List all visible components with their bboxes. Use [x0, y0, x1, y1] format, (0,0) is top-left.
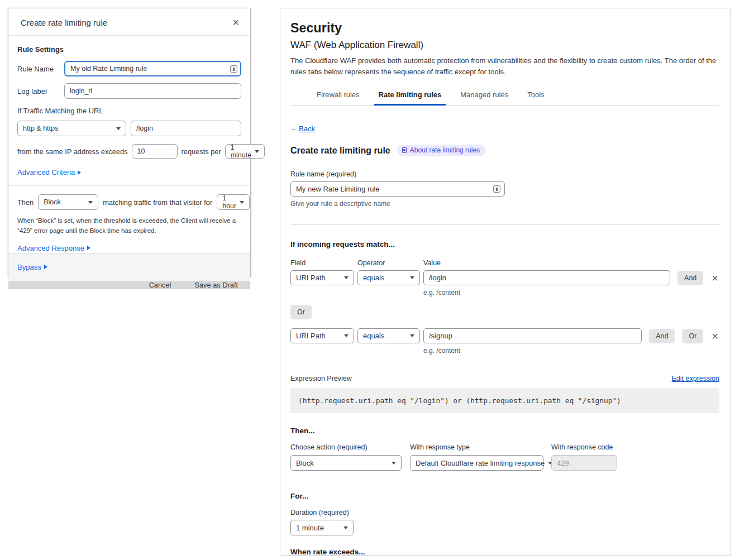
or-connector-button[interactable]: Or — [290, 305, 312, 319]
remove-row-icon[interactable]: × — [712, 331, 718, 342]
back-arrow-icon: ← — [290, 125, 298, 133]
scheme-select[interactable]: http & https — [17, 121, 126, 136]
autofill-icon[interactable] — [230, 65, 237, 73]
tab-firewall-rules[interactable]: Firewall rules — [316, 85, 361, 105]
dialog-title: Create rate limiting rule — [21, 18, 107, 27]
waf-description: The Cloudflare WAF provides both automat… — [290, 55, 718, 78]
action-select[interactable]: Block — [38, 194, 98, 210]
ban-duration-select[interactable]: 1 hour — [217, 194, 250, 210]
field-select[interactable]: URI Path — [290, 270, 354, 285]
for-heading: For... — [290, 492, 719, 500]
response-code-input-disabled: 429 — [551, 455, 617, 471]
tab-tools[interactable]: Tools — [526, 85, 545, 105]
divider — [290, 224, 719, 225]
chevron-down-icon — [410, 334, 414, 337]
choose-action-label: Choose action (required) — [290, 443, 402, 451]
chevron-down-icon — [240, 201, 244, 204]
threshold-row: from the same IP address exceeds request… — [17, 144, 241, 159]
value-input[interactable] — [423, 270, 670, 285]
expression-code: (http.request.uri.path eq "/login") or (… — [290, 388, 719, 413]
rule-name-row: Rule Name — [17, 61, 241, 76]
autofill-icon[interactable] — [493, 185, 500, 193]
rule-name-input[interactable] — [290, 181, 505, 197]
page-title: Security — [290, 21, 719, 36]
edit-expression-link[interactable]: Edit expression — [672, 375, 719, 382]
field-column-label: Field — [290, 259, 354, 267]
security-waf-panel: Security WAF (Web Application Firewall) … — [280, 8, 731, 556]
match-column-labels: Field Operator Value — [290, 259, 719, 267]
old-rate-limit-dialog: Create rate limiting rule × Rule Setting… — [8, 8, 251, 277]
requests-count-input[interactable] — [132, 144, 178, 159]
then-text: matching traffic from that visitor for — [103, 198, 212, 207]
advanced-criteria-link[interactable]: Advanced Criteria — [17, 168, 81, 176]
close-icon[interactable]: × — [232, 17, 239, 28]
choose-action-select[interactable]: Block — [290, 455, 402, 471]
operator-column-label: Operator — [357, 259, 420, 267]
value-hint: e.g. /content — [423, 347, 719, 355]
match-heading: If incoming requests match... — [290, 240, 719, 248]
about-rate-limiting-badge[interactable]: About rate limiting rules — [397, 145, 486, 156]
url-input[interactable] — [131, 121, 241, 136]
period-select[interactable]: 1 minute — [225, 144, 265, 159]
chevron-down-icon — [344, 334, 349, 337]
log-label-row: Log label — [17, 83, 241, 99]
triangle-right-icon — [78, 170, 81, 175]
response-type-label: With response type — [410, 443, 543, 451]
cancel-button[interactable]: Cancel — [149, 281, 171, 289]
response-type-select[interactable]: Default Cloudflare rate limiting respons… — [410, 455, 543, 471]
remove-row-icon[interactable]: × — [712, 272, 718, 284]
traffic-heading: If Traffic Matching the URL — [17, 107, 241, 115]
bypass-section: Bypass — [8, 253, 250, 281]
triangle-right-icon — [87, 246, 90, 250]
rate-exceeds-heading: When rate exceeds... — [290, 548, 719, 556]
create-rule-heading: Create rate limiting rule — [290, 146, 390, 156]
tab-managed-rules[interactable]: Managed rules — [459, 85, 509, 105]
tab-rate-limiting-rules[interactable]: Rate limiting rules — [378, 85, 443, 105]
or-button[interactable]: Or — [682, 329, 703, 343]
chevron-down-icon — [392, 462, 396, 465]
value-column-label: Value — [423, 259, 441, 267]
dialog-body: Rule Settings Rule Name Log label If Tra… — [8, 36, 250, 253]
operator-select[interactable]: equals — [357, 270, 420, 285]
rule-name-label: Rule name (required) — [290, 170, 719, 178]
operator-select[interactable]: equals — [357, 328, 420, 343]
doc-icon — [402, 147, 407, 153]
expression-preview-label: Expression Preview — [290, 375, 352, 382]
duration-label: Duration (required) — [290, 509, 719, 516]
save-as-draft-button[interactable]: Save as Draft — [194, 281, 238, 289]
rule-name-input[interactable] — [64, 61, 241, 76]
then-heading: Then... — [290, 427, 719, 435]
url-match-row: http & https — [17, 121, 241, 136]
threshold-prefix: from the same IP address exceeds — [17, 147, 128, 156]
chevron-down-icon — [88, 201, 93, 204]
chevron-down-icon — [343, 527, 348, 529]
and-button[interactable]: And — [677, 271, 703, 285]
field-select[interactable]: URI Path — [290, 328, 354, 343]
advanced-response-link[interactable]: Advanced Response — [17, 244, 90, 252]
chevron-down-icon — [344, 276, 349, 279]
divider — [8, 185, 250, 186]
block-note: When “Block” is set, when the threshold … — [17, 216, 241, 236]
and-button[interactable]: And — [649, 329, 675, 343]
chevron-down-icon — [255, 150, 259, 153]
rule-name-label: Rule Name — [17, 65, 60, 73]
triangle-right-icon — [44, 265, 47, 269]
chevron-down-icon — [410, 276, 414, 279]
log-label: Log label — [17, 87, 60, 95]
rule-name-hint: Give your rule a descriptive name — [290, 200, 719, 208]
match-row: URI Path equals And Or × — [290, 328, 719, 343]
value-hint: e.g. /content — [423, 289, 719, 296]
dialog-header: Create rate limiting rule × — [8, 8, 250, 36]
waf-tabs: Firewall rules Rate limiting rules Manag… — [290, 85, 719, 106]
response-code-label: With response code — [551, 443, 617, 451]
threshold-suffix: requests per — [182, 147, 221, 156]
log-label-input[interactable] — [64, 83, 241, 99]
match-row: URI Path equals And × — [290, 270, 719, 285]
bypass-link[interactable]: Bypass — [17, 263, 47, 271]
duration-select[interactable]: 1 minute — [290, 520, 354, 535]
then-row: Then Block matching traffic from that vi… — [17, 194, 241, 210]
dialog-footer: Cancel Save as Draft — [8, 281, 250, 289]
value-input[interactable] — [423, 328, 642, 343]
back-link[interactable]: ←Back — [290, 125, 315, 133]
chevron-down-icon — [116, 127, 121, 130]
